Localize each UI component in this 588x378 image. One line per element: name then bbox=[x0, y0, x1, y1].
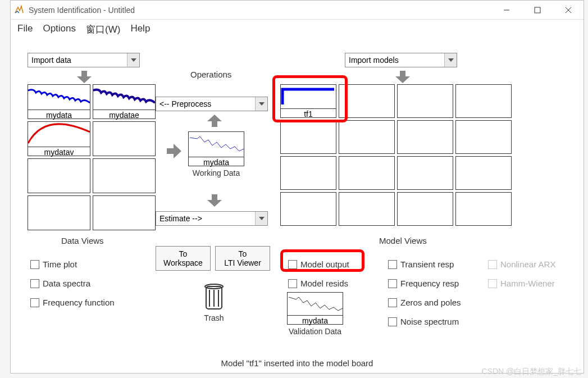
model-slot-empty[interactable] bbox=[397, 156, 453, 190]
model-views-heading: Model Views bbox=[379, 236, 427, 245]
chevron-down-icon bbox=[255, 212, 267, 225]
titlebar: System Identification - Untitled bbox=[11, 1, 584, 20]
arrow-up-icon bbox=[207, 115, 222, 127]
status-bar: Model "tf1" inserted into the model boar… bbox=[11, 358, 584, 368]
cb-hamm-wiener: Hamm-Wiener bbox=[488, 279, 555, 288]
cb-model-output[interactable]: Model output bbox=[288, 259, 349, 269]
cb-frequency-resp[interactable]: Frequency resp bbox=[388, 279, 459, 288]
cb-time-plot[interactable]: Time plot bbox=[30, 259, 77, 269]
data-slot-mydatav[interactable]: mydatav bbox=[28, 121, 90, 156]
data-slot-empty[interactable] bbox=[93, 158, 156, 193]
operations-heading: Operations bbox=[190, 70, 231, 79]
estimate-dropdown[interactable]: Estimate --> bbox=[156, 211, 268, 226]
validation-data-area: mydata Validation Data bbox=[287, 292, 343, 336]
to-lti-viewer-button[interactable]: To LTI Viewer bbox=[215, 246, 270, 271]
data-slot-empty[interactable] bbox=[93, 121, 156, 156]
close-button[interactable] bbox=[553, 1, 584, 20]
model-slot-empty[interactable] bbox=[455, 192, 512, 226]
model-slot-empty[interactable] bbox=[397, 120, 453, 154]
arrow-right-icon bbox=[167, 144, 181, 158]
model-slot-empty[interactable] bbox=[280, 192, 336, 226]
content-area: Import data Operations Import models myd… bbox=[11, 40, 584, 371]
model-slot-empty[interactable] bbox=[339, 156, 395, 190]
working-data-area: mydata Working Data bbox=[188, 131, 244, 177]
svg-rect-1 bbox=[535, 7, 540, 13]
menu-window[interactable]: 窗口(W) bbox=[86, 23, 120, 36]
model-slot-empty[interactable] bbox=[455, 84, 512, 118]
menubar: File Options 窗口(W) Help bbox=[11, 20, 584, 40]
model-slot-empty[interactable] bbox=[339, 192, 395, 226]
cb-nonlinear-arx: Nonlinear ARX bbox=[488, 259, 555, 269]
menu-file[interactable]: File bbox=[17, 23, 33, 36]
cb-frequency-function[interactable]: Frequency function bbox=[30, 298, 115, 307]
model-slot-tf1[interactable]: tf1 bbox=[280, 84, 336, 118]
data-slot-empty[interactable] bbox=[28, 158, 90, 193]
app-window: System Identification - Untitled File Op… bbox=[10, 0, 584, 374]
to-workspace-button[interactable]: To Workspace bbox=[156, 246, 211, 271]
data-board: mydata mydatae mydatav bbox=[28, 84, 156, 230]
preprocess-dropdown[interactable]: <-- Preprocess bbox=[156, 97, 268, 111]
data-slot-mydata[interactable]: mydata bbox=[28, 84, 90, 119]
data-slot-mydatae[interactable]: mydatae bbox=[93, 84, 156, 119]
validation-data-slot[interactable]: mydata bbox=[287, 292, 343, 325]
cb-zeros-poles[interactable]: Zeros and poles bbox=[388, 298, 461, 307]
model-slot-empty[interactable] bbox=[339, 120, 395, 154]
model-slot-empty[interactable] bbox=[455, 156, 512, 190]
working-data-slot[interactable]: mydata bbox=[188, 131, 244, 166]
cb-noise-spectrum[interactable]: Noise spectrum bbox=[388, 317, 459, 326]
model-slot-empty[interactable] bbox=[280, 156, 336, 190]
model-slot-empty[interactable] bbox=[280, 120, 336, 154]
import-models-dropdown[interactable]: Import models bbox=[345, 53, 457, 67]
model-slot-empty[interactable] bbox=[397, 192, 453, 226]
cb-transient-resp[interactable]: Transient resp bbox=[388, 259, 454, 269]
window-title: System Identification - Untitled bbox=[29, 6, 491, 15]
chevron-down-icon bbox=[444, 53, 457, 67]
maximize-button[interactable] bbox=[522, 1, 553, 20]
model-slot-empty[interactable] bbox=[455, 120, 512, 154]
cb-model-resids[interactable]: Model resids bbox=[288, 279, 348, 288]
menu-help[interactable]: Help bbox=[130, 23, 150, 36]
menu-options[interactable]: Options bbox=[43, 23, 76, 36]
chevron-down-icon bbox=[127, 53, 139, 67]
data-views-heading: Data Views bbox=[61, 236, 104, 245]
model-board: tf1 bbox=[280, 84, 512, 226]
trash-area[interactable]: Trash bbox=[202, 282, 226, 322]
model-slot-empty[interactable] bbox=[339, 84, 395, 118]
minimize-button[interactable] bbox=[491, 1, 522, 20]
data-slot-empty[interactable] bbox=[93, 195, 156, 230]
model-slot-empty[interactable] bbox=[397, 84, 453, 118]
cb-data-spectra[interactable]: Data spectra bbox=[30, 279, 90, 288]
arrow-down-icon bbox=[207, 194, 222, 207]
import-data-dropdown[interactable]: Import data bbox=[28, 53, 140, 67]
trash-icon bbox=[202, 282, 226, 311]
chevron-down-icon bbox=[255, 97, 267, 111]
matlab-icon bbox=[14, 5, 24, 15]
arrow-down-icon bbox=[77, 71, 92, 83]
data-slot-empty[interactable] bbox=[28, 195, 90, 230]
working-data-label: Working Data bbox=[188, 168, 244, 177]
arrow-down-icon bbox=[395, 71, 410, 83]
